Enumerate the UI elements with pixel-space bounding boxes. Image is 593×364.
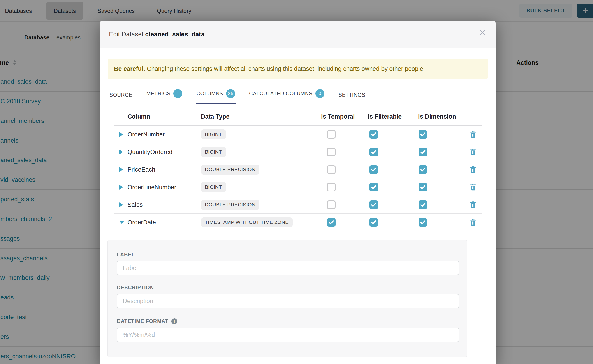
column-name: QuantityOrdered bbox=[127, 148, 173, 155]
warning-banner: Be careful. Changing these settings will… bbox=[108, 59, 488, 79]
checkbox-is-filterable[interactable] bbox=[369, 130, 378, 139]
tab-label: SETTINGS bbox=[338, 92, 365, 98]
delete-column-icon[interactable] bbox=[470, 131, 476, 138]
expand-caret-icon[interactable] bbox=[119, 150, 123, 155]
column-row-quantityordered: QuantityOrderedBIGINT bbox=[114, 143, 482, 161]
column-row-orderdate: OrderDateTIMESTAMP WITHOUT TIME ZONE bbox=[114, 214, 482, 231]
delete-column-icon[interactable] bbox=[470, 219, 476, 226]
expand-caret-icon[interactable] bbox=[119, 185, 123, 190]
warning-banner-bold: Be careful. bbox=[114, 65, 145, 72]
data-type-pill: TIMESTAMP WITHOUT TIME ZONE bbox=[201, 217, 293, 227]
close-icon[interactable]: ✕ bbox=[479, 28, 486, 37]
delete-column-icon[interactable] bbox=[470, 201, 476, 208]
columns-table-header: ColumnData TypeIs TemporalIs FilterableI… bbox=[114, 109, 482, 126]
checkbox-is-dimension[interactable] bbox=[419, 218, 427, 227]
checkbox-is-temporal[interactable] bbox=[327, 201, 336, 209]
tab-label: CALCULATED COLUMNS bbox=[249, 91, 313, 97]
checkbox-is-dimension[interactable] bbox=[419, 165, 427, 174]
tab-source[interactable]: SOURCE bbox=[109, 92, 132, 104]
checkbox-is-dimension[interactable] bbox=[419, 130, 427, 139]
checkbox-is-temporal[interactable] bbox=[327, 183, 336, 191]
delete-column-icon[interactable] bbox=[470, 166, 476, 173]
data-type-pill: BIGINT bbox=[201, 130, 226, 139]
checkbox-is-temporal[interactable] bbox=[327, 148, 336, 156]
edit-dataset-modal: Edit Dataset cleaned_sales_data ✕ Be car… bbox=[100, 21, 495, 364]
checkbox-is-dimension[interactable] bbox=[419, 148, 427, 156]
data-type-pill: DOUBLE PRECISION bbox=[201, 165, 259, 175]
checkbox-is-filterable[interactable] bbox=[369, 218, 378, 227]
column-row-priceeach: PriceEachDOUBLE PRECISION bbox=[114, 161, 482, 178]
tab-count-badge: 25 bbox=[226, 89, 235, 98]
delete-column-icon[interactable] bbox=[470, 184, 476, 191]
column-header-is-dimension: Is Dimension bbox=[418, 109, 456, 126]
column-row-ordernumber: OrderNumberBIGINT bbox=[114, 126, 482, 143]
tab-label: SOURCE bbox=[109, 92, 132, 98]
column-detail-panel: LABEL DESCRIPTION DATETIME FORMAT i bbox=[107, 240, 467, 357]
app-root: Databases Datasets Saved Queries Query H… bbox=[0, 0, 593, 364]
expand-caret-icon[interactable] bbox=[119, 167, 123, 172]
datetime-format-input[interactable] bbox=[117, 328, 459, 342]
modal-title-dataset-name: cleaned_sales_data bbox=[145, 31, 204, 38]
datetime-format-label-text: DATETIME FORMAT bbox=[117, 318, 168, 324]
modal-tabs: SOURCEMETRICS1COLUMNS25CALCULATED COLUMN… bbox=[108, 84, 488, 104]
data-type-pill: BIGINT bbox=[201, 182, 226, 192]
label-field-label-text: LABEL bbox=[117, 252, 135, 258]
checkbox-is-filterable[interactable] bbox=[369, 148, 378, 156]
checkbox-is-temporal[interactable] bbox=[327, 218, 336, 227]
tab-settings[interactable]: SETTINGS bbox=[338, 92, 365, 104]
checkbox-is-filterable[interactable] bbox=[369, 201, 378, 209]
expand-caret-icon[interactable] bbox=[119, 132, 123, 137]
column-name: PriceEach bbox=[127, 166, 155, 173]
column-name: OrderLineNumber bbox=[127, 184, 176, 191]
modal-title: Edit Dataset cleaned_sales_data bbox=[109, 31, 204, 38]
description-input[interactable] bbox=[117, 294, 459, 308]
column-header-data-type: Data Type bbox=[201, 109, 230, 126]
tab-columns[interactable]: COLUMNS25 bbox=[196, 89, 235, 104]
column-row-orderlinenumber: OrderLineNumberBIGINT bbox=[114, 178, 482, 196]
column-name: Sales bbox=[127, 201, 143, 208]
column-header-column: Column bbox=[127, 109, 150, 126]
column-header-is-temporal: Is Temporal bbox=[321, 109, 355, 126]
checkbox-is-filterable[interactable] bbox=[369, 183, 378, 191]
column-name: OrderDate bbox=[127, 219, 156, 226]
data-type-pill: BIGINT bbox=[201, 147, 226, 157]
description-field-label: DESCRIPTION bbox=[117, 285, 154, 291]
label-input[interactable] bbox=[117, 261, 459, 275]
tab-count-badge: 0 bbox=[316, 89, 324, 98]
warning-banner-text: Changing these settings will affect all … bbox=[147, 65, 425, 72]
tab-label: METRICS bbox=[146, 91, 170, 97]
tab-calculated-columns[interactable]: CALCULATED COLUMNS0 bbox=[249, 89, 324, 104]
tab-metrics[interactable]: METRICS1 bbox=[146, 89, 182, 104]
delete-column-icon[interactable] bbox=[470, 148, 476, 156]
datetime-format-field-label: DATETIME FORMAT i bbox=[117, 318, 177, 324]
column-name: OrderNumber bbox=[127, 131, 165, 138]
column-header-is-filterable: Is Filterable bbox=[368, 109, 402, 126]
tab-label: COLUMNS bbox=[196, 91, 223, 97]
column-row-sales: SalesDOUBLE PRECISION bbox=[114, 196, 482, 214]
tab-count-badge: 1 bbox=[173, 89, 182, 98]
checkbox-is-dimension[interactable] bbox=[419, 201, 427, 209]
columns-table: OrderNumberBIGINTQuantityOrderedBIGINTPr… bbox=[114, 126, 482, 231]
modal-title-prefix: Edit Dataset bbox=[109, 31, 144, 38]
info-icon[interactable]: i bbox=[171, 318, 177, 324]
collapse-caret-icon[interactable] bbox=[119, 221, 124, 224]
checkbox-is-dimension[interactable] bbox=[419, 183, 427, 191]
checkbox-is-temporal[interactable] bbox=[327, 130, 336, 139]
checkbox-is-filterable[interactable] bbox=[369, 165, 378, 174]
label-field-label: LABEL bbox=[117, 252, 135, 258]
modal-header: Edit Dataset cleaned_sales_data ✕ bbox=[100, 21, 495, 48]
data-type-pill: DOUBLE PRECISION bbox=[201, 200, 259, 210]
expand-caret-icon[interactable] bbox=[119, 202, 123, 207]
description-field-label-text: DESCRIPTION bbox=[117, 285, 154, 291]
checkbox-is-temporal[interactable] bbox=[327, 165, 336, 174]
